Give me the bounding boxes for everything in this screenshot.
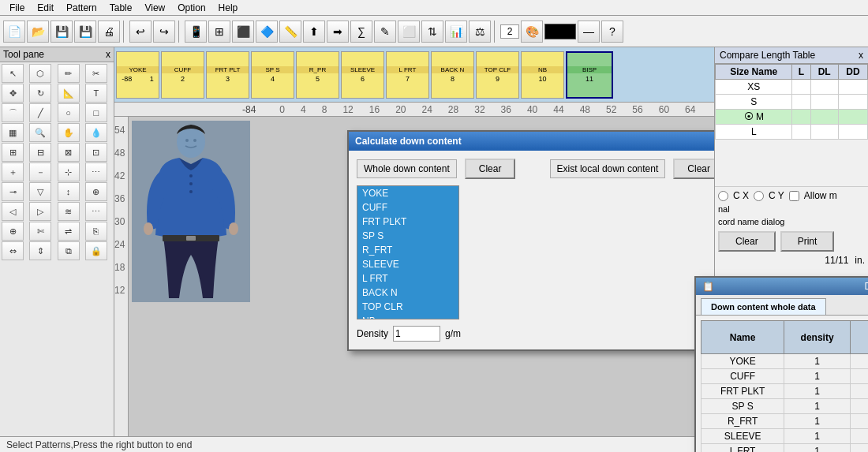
- list-cuff[interactable]: CUFF: [357, 200, 458, 215]
- list-sleeve[interactable]: SLEEVE: [357, 257, 458, 271]
- tool-hand-icon[interactable]: ✋: [58, 123, 80, 142]
- tab-whole-data[interactable]: Down content whole data: [701, 298, 826, 315]
- radio-x[interactable]: [718, 191, 728, 201]
- tb-color-swatch[interactable]: [544, 24, 576, 39]
- tb-phone[interactable]: 📱: [185, 21, 207, 43]
- list-frtplkt[interactable]: FRT PLKT: [357, 215, 458, 229]
- tool-pleat-icon[interactable]: ▷: [29, 202, 51, 221]
- menu-help[interactable]: Help: [212, 1, 245, 15]
- tb-color-wheel[interactable]: 🎨: [521, 21, 543, 43]
- tb-help[interactable]: ?: [601, 21, 623, 43]
- piece-rpr[interactable]: R_PR 5: [296, 51, 339, 99]
- tb-square[interactable]: ⬛: [232, 21, 254, 43]
- tool-eyedrop-icon[interactable]: 💧: [85, 123, 107, 142]
- tool-line-icon[interactable]: ╱: [29, 103, 51, 122]
- tool-copy-icon[interactable]: ⎘: [85, 222, 107, 241]
- tool-size-icon[interactable]: ⇔: [2, 241, 24, 260]
- tool-mirror-icon[interactable]: ⇌: [58, 222, 80, 241]
- tool-node-icon[interactable]: ⬡: [29, 64, 51, 83]
- tb-line[interactable]: —: [578, 21, 600, 43]
- allow-checkbox[interactable]: [789, 191, 799, 201]
- tool-fill-icon[interactable]: ▦: [2, 123, 24, 142]
- tool-zoom-icon[interactable]: 🔍: [29, 123, 51, 142]
- tb-diamond[interactable]: 🔷: [256, 21, 278, 43]
- tool-cut-icon[interactable]: ✄: [29, 222, 51, 241]
- list-backn[interactable]: BACK N: [357, 286, 458, 300]
- tb-measure[interactable]: 📏: [279, 21, 301, 43]
- tb-undo[interactable]: ↩: [129, 21, 152, 43]
- tool-layer-icon[interactable]: ⧉: [58, 241, 80, 260]
- tb-number[interactable]: 2: [500, 24, 519, 39]
- menu-option[interactable]: Option: [171, 1, 211, 15]
- tool-stitch-icon[interactable]: ⋯: [85, 202, 107, 221]
- tool-pen-icon[interactable]: ✏: [58, 64, 80, 83]
- list-yoke[interactable]: YOKE: [357, 186, 458, 200]
- piece-sleeve[interactable]: SLEEVE 6: [341, 51, 384, 99]
- tool-sub-icon[interactable]: －: [29, 162, 51, 181]
- radio-y[interactable]: [754, 191, 764, 201]
- menu-view[interactable]: View: [138, 1, 171, 15]
- tool-dist-icon[interactable]: ⊟: [29, 143, 51, 162]
- tool-rotate-icon[interactable]: ↻: [29, 84, 51, 103]
- menu-edit[interactable]: Edit: [31, 1, 60, 15]
- tool-rect-icon[interactable]: □: [85, 103, 107, 122]
- tool-arrow-icon[interactable]: ↖: [2, 64, 24, 83]
- tb-save[interactable]: 💾: [51, 21, 73, 43]
- tool-seam-icon[interactable]: ⊸: [2, 182, 24, 201]
- tb-new[interactable]: 📄: [3, 21, 25, 43]
- tb-grid[interactable]: ⊞: [208, 21, 230, 43]
- tool-move-icon[interactable]: ✥: [2, 84, 24, 103]
- list-rfrt[interactable]: R_FRT: [357, 243, 458, 257]
- tb-arrow[interactable]: ➡: [327, 21, 349, 43]
- tool-notch-icon[interactable]: ▽: [29, 182, 51, 201]
- tool-pane-close[interactable]: x: [106, 49, 110, 60]
- tool-place-icon[interactable]: ⊕: [2, 222, 24, 241]
- tb-mark[interactable]: ✎: [374, 21, 396, 43]
- piece-sps[interactable]: SP S 4: [251, 51, 294, 99]
- piece-lfrt[interactable]: L FRT 7: [386, 51, 429, 99]
- tool-add-icon[interactable]: ＋: [2, 162, 24, 181]
- tb-save2[interactable]: 💾: [74, 21, 96, 43]
- tool-dart-icon[interactable]: ◁: [2, 202, 24, 221]
- piece-yoke[interactable]: YOKE -88 1: [116, 51, 159, 99]
- tool-grain-icon[interactable]: ↕: [58, 182, 80, 201]
- compare-table-close[interactable]: x: [859, 50, 863, 61]
- tb-cursor[interactable]: ⬆: [303, 21, 325, 43]
- tool-measure-icon[interactable]: 📐: [58, 84, 80, 103]
- tb-sort[interactable]: ⇅: [421, 21, 443, 43]
- piece-cuff[interactable]: CUFF 2: [161, 51, 204, 99]
- list-nb[interactable]: NB: [357, 314, 458, 319]
- tb-scale[interactable]: ⚖: [469, 21, 491, 43]
- tool-grade-icon[interactable]: ⇕: [29, 241, 51, 260]
- piece-backn[interactable]: BACK N 8: [431, 51, 474, 99]
- tool-scissors-icon[interactable]: ✂: [85, 64, 107, 83]
- tb-chart[interactable]: 📊: [445, 21, 467, 43]
- whole-clear-btn[interactable]: Clear: [465, 159, 516, 179]
- tool-align-icon[interactable]: ⊞: [2, 143, 24, 162]
- compare-print-btn[interactable]: Print: [780, 231, 835, 252]
- list-topclr[interactable]: TOP CLR: [357, 300, 458, 314]
- tb-sigma[interactable]: ∑: [350, 21, 372, 43]
- piece-frtplt[interactable]: FRT PLT 3: [206, 51, 249, 99]
- canvas-area[interactable]: YOKE -88 1 CUFF 2 FRT PLT 3 SP S 4 R_PR …: [114, 47, 714, 436]
- list-lfrt[interactable]: L FRT: [357, 271, 458, 286]
- piece-bisp[interactable]: BISP 11: [566, 51, 613, 99]
- tool-curve-icon[interactable]: ⌒: [2, 103, 24, 122]
- tool-connect-icon[interactable]: ⊹: [58, 162, 80, 181]
- tool-circle-icon[interactable]: ○: [58, 103, 80, 122]
- tb-redo[interactable]: ↪: [153, 21, 175, 43]
- tool-ungroup-icon[interactable]: ⊡: [85, 143, 107, 162]
- tool-lock-icon[interactable]: 🔒: [85, 241, 107, 260]
- menu-table[interactable]: Table: [103, 1, 139, 15]
- density-input[interactable]: [393, 326, 440, 342]
- tb-print[interactable]: 🖨: [98, 21, 120, 43]
- compare-clear-btn[interactable]: Clear: [718, 231, 776, 252]
- tool-button-icon[interactable]: ⊕: [85, 182, 107, 201]
- tool-gather-icon[interactable]: ≋: [58, 202, 80, 221]
- tool-break-icon[interactable]: ⋯: [85, 162, 107, 181]
- list-sps[interactable]: SP S: [357, 229, 458, 243]
- piece-topclf[interactable]: TOP CLF 9: [476, 51, 519, 99]
- tool-text-icon[interactable]: T: [85, 84, 107, 103]
- tb-eraser[interactable]: ⬜: [398, 21, 420, 43]
- exist-clear-btn[interactable]: Clear: [673, 159, 714, 179]
